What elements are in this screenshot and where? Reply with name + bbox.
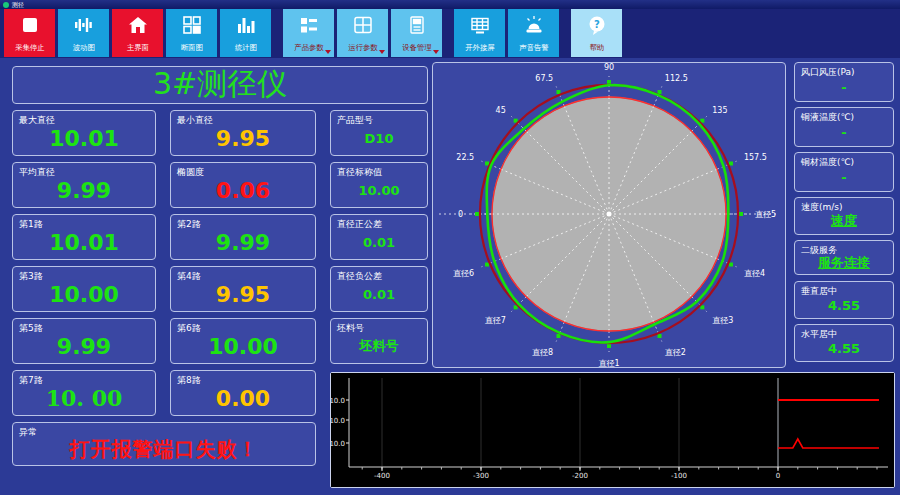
field-value: 0.00 [173,383,313,413]
field-value: 坯料号 [333,331,425,361]
measurement-field: 第7路 10. 00 [12,370,156,416]
home-icon [127,14,149,36]
field-value: 9.99 [173,227,313,257]
toolbar-button-11[interactable]: ? 帮助 [571,9,622,57]
field-value: 10.00 [173,331,313,361]
trend-chart: -400-300-200-100010.010.010.0 [331,373,894,487]
measurement-field: 最小直径 9.95 [170,110,316,156]
barchart-icon [235,14,257,36]
waveform-icon [73,14,95,36]
gauge-title: 3#测径仪 [15,67,425,101]
field-value: 0.01 [333,279,425,309]
polar-section-panel: 022.54567.590112.5135157.5直径5直径4直径3直径2直径… [432,62,786,368]
link-速度[interactable]: 速度 [797,210,891,232]
window-title: 测径 [12,2,24,8]
toolbar-button-9[interactable]: 开外接屏 [454,9,505,57]
measurement-field: 第8路 0.00 [170,370,316,416]
dropdown-arrow-icon [325,50,331,54]
field-value: 10.01 [15,123,153,153]
polar-section-chart: 022.54567.590112.5135157.5直径5直径4直径3直径2直径… [433,63,785,367]
gauge-title-box: 3#测径仪 [12,66,428,104]
svg-text:22.5: 22.5 [456,153,474,162]
field-value: 4.55 [797,337,891,359]
svg-text:直径5: 直径5 [755,210,776,219]
toolbar-button-6[interactable]: 产品参数 [283,9,334,57]
trend-chart-panel: -400-300-200-100010.010.010.0 [330,372,895,488]
svg-text:?: ? [594,19,600,30]
svg-text:直径3: 直径3 [712,316,733,325]
parameter-field: 铜液温度(℃) - [794,107,894,147]
svg-text:10.0: 10.0 [331,417,345,425]
svg-text:67.5: 67.5 [535,74,553,83]
measurement-field: 椭圆度 0.06 [170,162,316,208]
field-value: 10.00 [333,175,425,205]
measurement-field: 产品型号 D10 [330,110,428,156]
parameter-field: 风口风压(Pa) - [794,62,894,102]
toolbar-button-1[interactable]: 采集停止 [4,9,55,57]
svg-text:10.0: 10.0 [331,397,345,405]
alarm-message: 打开报警端口失败！ [15,435,313,463]
field-value: 0.06 [173,175,313,205]
measurement-field: 最大直径 10.01 [12,110,156,156]
parameter-field: 垂直居中 4.55 [794,281,894,319]
toolbar-button-8[interactable]: 设备管理 [391,9,442,57]
field-value: D10 [333,123,425,153]
measurement-field: 第2路 9.99 [170,214,316,260]
stop-icon [19,14,41,36]
svg-text:-200: -200 [572,472,588,480]
svg-text:0: 0 [776,472,780,480]
field-value: 4.55 [797,294,891,316]
toolbar-button-5[interactable]: 统计图 [220,9,271,57]
measurement-field: 第4路 9.95 [170,266,316,312]
parameter-field: 水平居中 4.55 [794,324,894,362]
section-view-icon [181,14,203,36]
measurement-field: 直径正公差 0.01 [330,214,428,260]
parameter-field: 速度(m/s) 速度 [794,197,894,235]
app-window: 测径 采集停止 波动图 主界面 断面图 统计图 产品参数 运行参数 设备管理 开… [0,0,900,495]
field-value: 9.95 [173,123,313,153]
svg-text:112.5: 112.5 [665,74,688,83]
measurement-field: 直径负公差 0.01 [330,266,428,312]
field-value: 9.95 [173,279,313,309]
toolbar-button-4[interactable]: 断面图 [166,9,217,57]
toolbar-button-2[interactable]: 波动图 [58,9,109,57]
toolbar-button-10[interactable]: 声音告警 [508,9,559,57]
field-value: 9.99 [15,175,153,205]
external-screen-icon [469,14,491,36]
field-value: - [797,165,891,189]
dropdown-arrow-icon [433,50,439,54]
svg-text:90: 90 [604,63,614,72]
svg-text:直径8: 直径8 [532,348,553,357]
link-服务连接[interactable]: 服务连接 [797,253,891,272]
toolbar-button-7[interactable]: 运行参数 [337,9,388,57]
svg-text:直径4: 直径4 [744,269,765,278]
field-value: 10. 00 [15,383,153,413]
window-titlebar: 测径 [0,0,900,9]
measurement-field: 第1路 10.01 [12,214,156,260]
field-value: 10.00 [15,279,153,309]
measurement-field: 平均直径 9.99 [12,162,156,208]
svg-text:直径7: 直径7 [485,316,506,325]
svg-text:直径6: 直径6 [453,269,474,278]
svg-text:0: 0 [458,210,463,219]
device-manage-icon [406,14,428,36]
svg-text:-300: -300 [473,472,489,480]
toolbar: 采集停止 波动图 主界面 断面图 统计图 产品参数 运行参数 设备管理 开外接屏… [0,9,900,58]
field-value: 10.01 [15,227,153,257]
svg-text:10.0: 10.0 [331,440,345,448]
product-params-icon [298,14,320,36]
measurement-field: 第3路 10.00 [12,266,156,312]
measurement-field: 直径标称值 10.00 [330,162,428,208]
svg-text:45: 45 [496,106,506,115]
field-value: - [797,120,891,144]
dropdown-arrow-icon [379,50,385,54]
svg-text:135: 135 [712,106,727,115]
run-params-icon [352,14,374,36]
svg-text:直径2: 直径2 [665,348,686,357]
svg-text:-100: -100 [671,472,687,480]
svg-text:-400: -400 [374,472,390,480]
field-value: - [797,75,891,99]
toolbar-button-3[interactable]: 主界面 [112,9,163,57]
field-value: 9.99 [15,331,153,361]
svg-text:直径1: 直径1 [598,359,619,367]
